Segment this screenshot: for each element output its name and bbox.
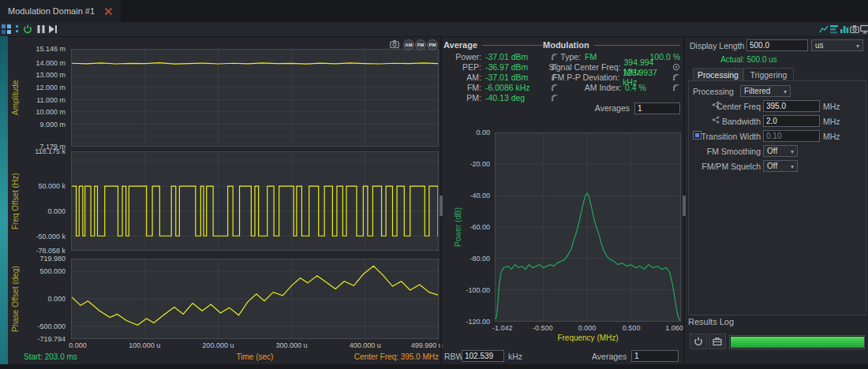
tick-label: 118.175 k (35, 147, 65, 155)
tick-label: 1.060 (665, 324, 683, 332)
transition-width-unit: MHz (823, 132, 840, 141)
results-log-power-button[interactable] (690, 334, 707, 349)
camera-icon[interactable] (390, 39, 399, 49)
mod-averages-row: Averages (543, 103, 680, 113)
bar-chart-icon[interactable] (840, 24, 849, 34)
spectrogram-icon[interactable] (829, 24, 839, 34)
tick-label: -60.00 (470, 223, 490, 231)
pause-icon[interactable] (36, 24, 46, 34)
processing-mode-select[interactable]: Filtered (740, 85, 791, 97)
modulation-panel-title: Modulation (543, 40, 680, 50)
center-freq-input[interactable] (763, 100, 820, 112)
transition-width-input[interactable] (763, 130, 820, 142)
tick-label: -500.000 (37, 322, 65, 330)
tick-label: -20.00 (470, 160, 490, 168)
mod-averages-label: Averages (595, 103, 630, 113)
tab-modulation-domain[interactable]: Modulation Domain #1 (0, 0, 121, 22)
tick-label: 300.000 u (276, 341, 308, 349)
average-title-text: Average (443, 40, 477, 50)
center-freq-readout: Center Freq: 395.0 MHz (268, 352, 439, 361)
progress-fill (731, 337, 864, 348)
am-trace-badge[interactable]: AM (403, 39, 414, 50)
avg-pep-label: PEP: (443, 62, 481, 72)
tick-label: -78.058 k (36, 247, 65, 255)
splitter-grip[interactable] (683, 196, 686, 216)
tick-label: 11.000 m (36, 96, 65, 104)
drag-handle-icon[interactable] (15, 24, 19, 34)
bandwidth-unit: MHz (823, 117, 840, 126)
results-log-archive-button[interactable] (709, 334, 726, 349)
tick-label: 719.980 (39, 255, 65, 263)
dock-grid-icon[interactable] (2, 24, 12, 35)
fm-smoothing-value: Off (767, 147, 777, 155)
fm-pm-squelch-label: FM/PM Squelch (693, 162, 761, 171)
tick-label: 100.000 u (129, 341, 160, 349)
average-panel-title: Average (443, 40, 543, 50)
amplitude-plot[interactable] (71, 49, 439, 147)
mod-ami-value: 0.4 % (625, 83, 646, 92)
mod-fmpp-label: FM P-P Deviation: (543, 73, 619, 82)
start-time-readout: Start: 203.0 ms (24, 352, 77, 361)
signal-icon[interactable] (551, 94, 559, 102)
tick-label: 10.000 m (36, 108, 65, 116)
step-forward-icon[interactable] (48, 24, 58, 34)
tick-label: 500.000 (39, 267, 65, 275)
chevron-down-icon (788, 162, 794, 170)
mod-averages-input[interactable] (634, 102, 680, 114)
center-freq-label: Center Freq (693, 102, 761, 111)
tab-title: Modulation Domain #1 (8, 6, 95, 16)
phase-offset-y-ticks: 719.980500.0000.000-500.000-719.794 (14, 259, 68, 339)
fm-trace-badge[interactable]: FM (415, 39, 426, 50)
signal-icon[interactable] (672, 73, 680, 81)
camera-icon[interactable] (850, 24, 859, 34)
freq-offset-y-ticks: 118.175 k50.000 k0.000-50.000 k-78.058 k (14, 151, 68, 251)
rbw-label: RBW (444, 352, 464, 361)
center-freq-unit: MHz (823, 102, 840, 111)
frequency-axis-title: Frequency (MHz) (495, 334, 681, 342)
spectrum-plot[interactable] (495, 132, 681, 322)
tick-label: -50.000 k (36, 233, 65, 240)
pm-trace-badge[interactable]: PM (427, 39, 438, 50)
rbw-input[interactable] (462, 350, 504, 362)
fm-smoothing-select[interactable]: Off (763, 145, 798, 157)
monitor-icon[interactable] (860, 24, 868, 34)
right-splitter (683, 36, 685, 364)
power-icon[interactable] (23, 24, 32, 34)
chevron-down-icon (781, 87, 787, 95)
display-length-input[interactable] (746, 39, 808, 51)
tick-label: 0.000 (578, 324, 597, 332)
freq-offset-plot[interactable] (71, 151, 439, 251)
tab-processing[interactable]: Processing (693, 68, 743, 81)
splitter-grip[interactable] (440, 196, 443, 216)
signal-icon[interactable] (672, 84, 680, 91)
tab-triggering[interactable]: Triggering (743, 68, 794, 81)
display-length-unit-select[interactable]: us (811, 39, 863, 51)
display-length-label: Display Length (690, 41, 744, 50)
fm-pm-squelch-select[interactable]: Off (763, 160, 798, 172)
avg-am-label: AM: (443, 73, 481, 82)
target-icon[interactable] (672, 63, 680, 71)
close-icon[interactable] (104, 7, 113, 16)
avg-fm-label: FM: (443, 83, 481, 92)
phase-offset-plot[interactable] (71, 259, 439, 339)
avg-pep-value: -36.97 dBm (485, 62, 528, 72)
trace (72, 63, 438, 65)
toolbar (0, 22, 868, 37)
tick-label: -120.00 (466, 318, 490, 326)
tick-label: -719.794 (37, 335, 65, 343)
results-log-progress (729, 335, 865, 349)
tick-label: 0.000 (69, 341, 87, 349)
avg-fm-value: -6.0086 kHz (485, 83, 530, 92)
dock-strip[interactable] (0, 36, 8, 364)
avg-row-fm: FM: -6.0086 kHz (443, 83, 559, 92)
power-icon (694, 337, 703, 346)
avg-row-power: Power: -37.01 dBm (443, 52, 559, 62)
tick-label: 12.000 m (36, 84, 65, 91)
bandwidth-input[interactable] (763, 115, 820, 127)
left-splitter (440, 36, 442, 364)
avg-am-value: -37.01 dBm (485, 73, 528, 82)
line-chart-icon[interactable] (819, 24, 829, 34)
tick-label: 13.000 m (36, 71, 65, 79)
avg-power-value: -37.01 dBm (485, 52, 528, 62)
spectrum-averages-input[interactable] (631, 350, 679, 362)
